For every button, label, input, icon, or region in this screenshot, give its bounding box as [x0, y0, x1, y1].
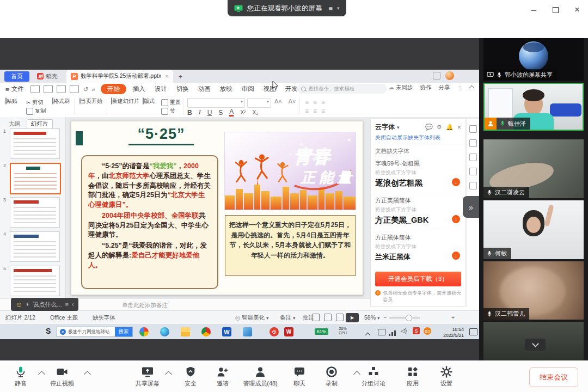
bullet-list-icons[interactable]: ≡≡≡: [305, 99, 329, 106]
section-button[interactable]: 节: [161, 107, 175, 115]
wps-home-tab[interactable]: 首页: [4, 71, 29, 82]
cut-button[interactable]: ✂ 剪切: [26, 99, 43, 106]
collapse-panel-handle[interactable]: »: [463, 196, 479, 218]
slideshow-play-button[interactable]: ▶: [346, 313, 359, 322]
save-icon[interactable]: [30, 85, 40, 93]
action-center-icon[interactable]: [469, 328, 477, 335]
start-button[interactable]: S: [46, 327, 51, 335]
italic-button[interactable]: I: [199, 108, 201, 117]
sorter-view-icon[interactable]: [324, 314, 332, 321]
close-panel-icon[interactable]: ×: [457, 123, 461, 131]
participant-tile[interactable]: 何敏: [483, 200, 584, 259]
close-button[interactable]: ×: [566, 0, 588, 20]
adjust-tool-icon[interactable]: [469, 139, 477, 147]
app-red-icon[interactable]: ⊕: [270, 327, 279, 336]
slide-thumbnail[interactable]: 4: [0, 230, 65, 265]
taskbar-clock[interactable]: 10:54 2022/5/21: [439, 327, 464, 338]
taskbar-search-button[interactable]: 搜索: [115, 327, 132, 336]
reset-button[interactable]: 重置: [161, 99, 181, 106]
volume-tray-icon[interactable]: ◁): [401, 328, 407, 334]
copy-button[interactable]: 复制: [26, 107, 46, 115]
end-meeting-button[interactable]: 结束会议: [529, 367, 578, 387]
align-icons[interactable]: ≡≡≡: [305, 107, 329, 115]
new-tab-button[interactable]: +: [179, 72, 183, 81]
wps-search-box[interactable]: 查找命令、搜索模板: [297, 84, 387, 94]
record-button[interactable]: 录制: [309, 364, 354, 388]
zoom-out-button[interactable]: −: [383, 314, 387, 321]
slide-thumbnail[interactable]: 3: [0, 196, 65, 230]
bold-button[interactable]: B: [187, 109, 192, 117]
notes-button[interactable]: 备注 ▾: [280, 314, 295, 322]
panel-caret-icon[interactable]: ▾: [397, 125, 400, 130]
participant-tile-screenshare[interactable]: 郭小波的屏幕共享: [483, 38, 584, 81]
bell-icon[interactable]: 🔔: [446, 124, 454, 131]
taskbar-search-box[interactable]: e 极速牛刀网批地球站 搜索: [57, 327, 133, 337]
font-grow-shrink[interactable]: A˄A˅: [274, 98, 296, 105]
network-tray-icon[interactable]: [389, 328, 396, 336]
reading-view-icon[interactable]: [336, 314, 344, 321]
temp-ball-icon[interactable]: 63: [424, 327, 431, 335]
format-painter-button[interactable]: 格式刷: [52, 97, 70, 105]
menu-slideshow[interactable]: 放映: [220, 85, 232, 93]
smiley-icon[interactable]: ☺: [15, 301, 22, 309]
zoom-level[interactable]: 58% ▾: [364, 314, 379, 321]
normal-view-icon[interactable]: [312, 314, 320, 321]
menu-start[interactable]: 开始: [101, 84, 126, 94]
participant-tile[interactable]: 汉二韩雪儿: [483, 261, 584, 320]
download-font-icon[interactable]: ↓: [452, 215, 460, 223]
more-quick-icons[interactable]: »: [91, 86, 95, 93]
watching-banner[interactable]: 您正在观看郭小波的屏幕 ≡ ▾: [228, 0, 346, 16]
notes-bar[interactable]: 单击此处添加备注 ☺ + 说点什么... ≡ ‹: [0, 298, 370, 311]
workspace-icon[interactable]: [433, 72, 440, 79]
font-size-combo[interactable]: [247, 98, 271, 108]
preview-icon[interactable]: [70, 85, 79, 93]
feedback-icon[interactable]: 💬: [425, 124, 433, 131]
wps-docer-tab[interactable]: 稻 稻壳: [37, 72, 58, 81]
scroll-participants-button[interactable]: [525, 339, 546, 351]
video-options-chevron[interactable]: [84, 371, 91, 378]
download-font-icon[interactable]: ↓: [452, 178, 460, 186]
subscript-button[interactable]: X₂: [252, 109, 258, 115]
gear-icon[interactable]: ⚙: [437, 124, 442, 131]
collaborate-button[interactable]: 协作: [420, 84, 432, 91]
missing-fonts-status[interactable]: 缺失字体: [93, 314, 115, 322]
window-tool-icon[interactable]: [469, 168, 477, 175]
banner-menu-icon[interactable]: ≡: [329, 4, 333, 13]
danmaku-input[interactable]: ☺ + 说点什么... ≡ ‹: [11, 298, 78, 311]
new-slide-button[interactable]: 新建幻灯片: [110, 97, 140, 105]
participant-tile[interactable]: 汉二谢凌云: [483, 139, 584, 198]
font-color-button[interactable]: A: [229, 108, 234, 117]
close-tab-icon[interactable]: ×: [165, 73, 168, 79]
tray-expand-chevron[interactable]: [366, 329, 370, 339]
zoom-slider-track[interactable]: [389, 317, 420, 318]
zoom-slider-knob[interactable]: [406, 315, 412, 321]
download-font-icon[interactable]: ↓: [452, 252, 460, 260]
history-tool-icon[interactable]: [469, 182, 477, 189]
menu-review[interactable]: 审阅: [242, 85, 254, 93]
export-icon[interactable]: [44, 85, 53, 93]
battery-indicator[interactable]: 61%: [315, 328, 328, 335]
collapse-ribbon-icon[interactable]: [469, 85, 475, 90]
auto-show-link[interactable]: 关闭自动展示缺失字体列表: [371, 134, 465, 144]
antivirus-tray-icon[interactable]: S: [413, 327, 420, 334]
chrome-icon[interactable]: [139, 327, 149, 336]
wps-user-avatar[interactable]: [445, 71, 454, 80]
participant-tile[interactable]: 甄佳泽: [483, 83, 584, 131]
superscript-button[interactable]: X²: [240, 109, 246, 115]
menu-insert[interactable]: 插入: [133, 85, 145, 93]
slide-thumbnail[interactable]: 1: [0, 127, 65, 162]
wps-red-icon[interactable]: W: [284, 327, 293, 336]
menu-animation[interactable]: 动画: [198, 85, 211, 93]
favorite-tool-icon[interactable]: [469, 154, 477, 161]
menu-transition[interactable]: 切换: [176, 85, 189, 93]
collapse-danmaku-icon[interactable]: ‹: [72, 301, 74, 308]
file-menu[interactable]: 文件: [11, 85, 24, 93]
browser2-icon[interactable]: [201, 327, 211, 336]
download-all-button[interactable]: 开通会员后下载（3）: [375, 272, 461, 286]
slide-thumbnail[interactable]: 2: [0, 162, 65, 196]
zoom-in-button[interactable]: +: [451, 314, 455, 321]
share-screen-button[interactable]: 共享屏幕: [125, 364, 170, 388]
mute-button[interactable]: 静音: [0, 364, 44, 388]
edge-icon[interactable]: [160, 327, 169, 336]
minimize-button[interactable]: ─: [523, 0, 544, 20]
